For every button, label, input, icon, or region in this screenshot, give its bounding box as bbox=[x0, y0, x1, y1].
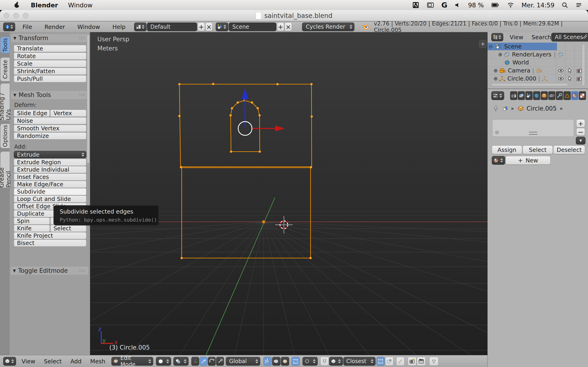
pivot-center-dropdown[interactable] bbox=[173, 357, 189, 366]
properties-tab-render-layers[interactable] bbox=[518, 91, 525, 100]
notification-center-icon[interactable] bbox=[575, 2, 582, 8]
knife-select-button[interactable]: Select bbox=[50, 225, 86, 232]
volume-icon[interactable] bbox=[454, 2, 461, 8]
translate-button[interactable]: Translate bbox=[14, 45, 86, 52]
deselect-button[interactable]: Deselect bbox=[553, 145, 585, 154]
region-expand-button[interactable]: + bbox=[479, 40, 486, 48]
smooth-vertex-button[interactable]: Smooth Vertex bbox=[14, 125, 86, 132]
properties-tab-render[interactable] bbox=[510, 91, 517, 100]
menu-select-3d[interactable]: Select bbox=[44, 358, 61, 365]
push-pull-button[interactable]: Push/Pull bbox=[14, 75, 86, 82]
manipulator-x-arrowhead[interactable] bbox=[275, 125, 285, 131]
select-button[interactable]: Select bbox=[523, 145, 553, 154]
apple-menu-icon[interactable] bbox=[13, 1, 21, 9]
outliner-hscrollbar[interactable] bbox=[491, 83, 568, 86]
close-window-button[interactable] bbox=[4, 13, 9, 18]
properties-tab-modifiers[interactable] bbox=[556, 91, 563, 100]
app-menu-blender[interactable]: Blender bbox=[31, 2, 58, 9]
slide-vertex-button[interactable]: Vertex bbox=[50, 110, 86, 117]
outliner-menu-view[interactable]: View bbox=[510, 34, 523, 41]
zoom-window-button[interactable] bbox=[23, 13, 28, 18]
expand-icon[interactable]: ⊕ bbox=[497, 52, 503, 57]
menu-view-3d[interactable]: View bbox=[22, 358, 35, 365]
limit-selection-visible-button[interactable] bbox=[292, 357, 300, 366]
menu-mesh-3d[interactable]: Mesh bbox=[90, 358, 105, 365]
outliner-row-camera[interactable]: ⊕ Camera | bbox=[488, 67, 588, 75]
minimize-window-button[interactable] bbox=[13, 13, 19, 18]
manipulator-rotate-button[interactable] bbox=[208, 357, 216, 366]
viewport-3d[interactable]: z y x User Persp Meters (3) Circle.005 + bbox=[90, 32, 487, 355]
display-mirroring-icon[interactable] bbox=[426, 1, 435, 9]
edge-select-mode-button[interactable] bbox=[272, 357, 280, 366]
visibility-eye-icon[interactable] bbox=[558, 67, 564, 74]
remove-material-slot-button[interactable]: − bbox=[576, 128, 585, 136]
extrude-individual-button[interactable]: Extrude Individual bbox=[14, 166, 86, 173]
viewport-shading-dropdown[interactable] bbox=[156, 357, 171, 366]
editor-type-properties-button[interactable] bbox=[491, 91, 504, 100]
panel-grip[interactable] bbox=[79, 93, 86, 97]
scene-name-field[interactable]: Scene bbox=[229, 23, 276, 31]
toolshelf-scrollbar[interactable] bbox=[87, 34, 90, 163]
opengl-render-image-button[interactable] bbox=[408, 357, 416, 366]
shrink-fatten-button[interactable]: Shrink/Fatten bbox=[14, 68, 86, 75]
manipulator-translate-button[interactable] bbox=[199, 357, 208, 366]
browse-material-button[interactable] bbox=[492, 156, 505, 165]
opengl-render-animation-button[interactable] bbox=[417, 357, 426, 366]
adobe-icon[interactable] bbox=[412, 1, 419, 9]
snap-target-dropdown[interactable]: Closest bbox=[343, 357, 376, 366]
list-resize-grip[interactable] bbox=[529, 132, 537, 135]
expand-icon[interactable]: ⊕ bbox=[493, 68, 499, 73]
menu-help[interactable]: Help bbox=[110, 24, 128, 30]
manipulator-toggle-button[interactable] bbox=[191, 357, 199, 366]
scene-selector[interactable] bbox=[216, 23, 228, 31]
shelf-tab-tools[interactable]: Tools bbox=[0, 37, 10, 53]
selectability-cursor-icon[interactable] bbox=[567, 68, 573, 74]
close-scene-button[interactable]: × bbox=[285, 23, 292, 31]
expand-icon[interactable]: ⊕ bbox=[493, 76, 499, 81]
mode-dropdown[interactable]: Edit Mode bbox=[111, 357, 153, 366]
vertex-select-mode-button[interactable] bbox=[263, 357, 272, 366]
logitech-icon[interactable]: G bbox=[441, 1, 447, 9]
proportional-edit-dropdown[interactable] bbox=[303, 357, 318, 366]
extrude-dropdown[interactable]: Extrude bbox=[14, 151, 86, 158]
spin-button[interactable]: Spin bbox=[14, 217, 50, 225]
face-select-mode-button[interactable] bbox=[281, 357, 289, 366]
slide-edge-button[interactable]: Slide Edge bbox=[14, 110, 50, 117]
shelf-tab-create[interactable]: Create bbox=[0, 57, 10, 81]
renderability-camera-icon[interactable] bbox=[576, 67, 582, 74]
manipulate-center-points-button[interactable] bbox=[396, 357, 405, 366]
knife-button[interactable]: Knife bbox=[14, 225, 50, 232]
manipulator-scale-button[interactable] bbox=[216, 357, 224, 366]
properties-tab-constraints[interactable] bbox=[548, 91, 555, 100]
snap-self-button[interactable] bbox=[376, 357, 385, 366]
renderability-camera-icon[interactable] bbox=[576, 75, 582, 82]
snap-align-rotation-button[interactable] bbox=[385, 357, 393, 366]
screen-layout-name-field[interactable]: Default bbox=[147, 23, 197, 31]
outliner-row-scene[interactable]: ⊖ Scene bbox=[488, 43, 588, 50]
properties-tab-object[interactable] bbox=[541, 91, 548, 100]
outliner-row-world[interactable]: World bbox=[488, 59, 588, 67]
battery-icon[interactable] bbox=[491, 1, 500, 9]
properties-tab-material[interactable] bbox=[571, 91, 578, 100]
shelf-tab-options[interactable]: Options bbox=[0, 124, 10, 148]
subdivide-button[interactable]: Subdivide bbox=[14, 188, 86, 195]
add-slot-circle-icon[interactable]: ⊕ bbox=[495, 129, 499, 135]
toggle-editmode-panel-header[interactable]: ▼ Toggle Editmode bbox=[10, 267, 88, 275]
panel-grip[interactable] bbox=[79, 36, 86, 40]
add-material-slot-button[interactable]: + bbox=[576, 119, 585, 127]
add-layout-button[interactable]: + bbox=[198, 23, 205, 31]
menu-window[interactable]: Window bbox=[75, 24, 103, 30]
bisect-button[interactable]: Bisect bbox=[14, 240, 86, 247]
manipulator-z-arrowhead[interactable] bbox=[242, 89, 249, 99]
wifi-icon[interactable] bbox=[507, 2, 515, 8]
menu-add-3d[interactable]: Add bbox=[70, 358, 81, 365]
header-overflow-button[interactable]: ▽ bbox=[429, 357, 439, 366]
properties-tab-object-data[interactable] bbox=[563, 91, 571, 100]
panel-grip[interactable] bbox=[79, 269, 86, 272]
properties-tab-world[interactable] bbox=[533, 91, 540, 100]
screen-layout-selector[interactable] bbox=[134, 23, 146, 31]
add-scene-button[interactable]: + bbox=[277, 23, 284, 31]
scale-button[interactable]: Scale bbox=[14, 60, 86, 67]
extrude-region-button[interactable]: Extrude Region bbox=[14, 159, 86, 166]
rotate-button[interactable]: Rotate bbox=[14, 52, 86, 60]
